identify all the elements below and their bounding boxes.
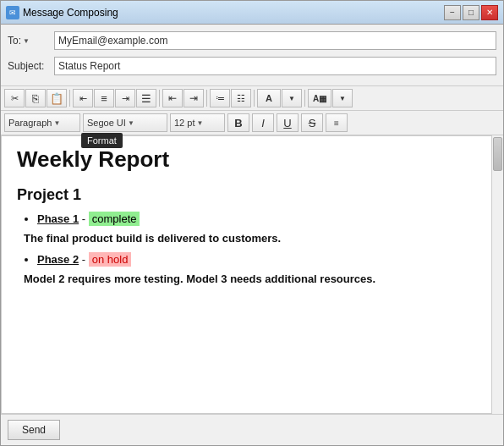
font-color-button[interactable]: A xyxy=(257,89,281,107)
paste-button[interactable]: 📋 xyxy=(47,89,67,107)
copy-button[interactable]: ⎘ xyxy=(25,89,46,107)
editor-area: Weekly Report Project 1 Phase 1 - comple… xyxy=(1,135,503,414)
phase-list: Phase 1 - complete xyxy=(37,212,485,225)
justify-button[interactable]: ☰ xyxy=(136,89,156,107)
content-editor[interactable]: Weekly Report Project 1 Phase 1 - comple… xyxy=(1,135,503,414)
scrollbar-track xyxy=(491,135,503,414)
maximize-button[interactable]: □ xyxy=(463,5,479,20)
form-area: To: ▼ Subject: xyxy=(1,25,503,85)
subject-row: Subject: xyxy=(8,55,496,77)
font-label: Segoe UI xyxy=(87,118,126,128)
separator3 xyxy=(206,90,207,107)
separator4 xyxy=(254,90,255,107)
increase-indent-button[interactable]: ⇥ xyxy=(184,89,204,107)
window-title: Message Composing xyxy=(23,7,118,19)
align-center-button[interactable]: ≡ xyxy=(94,89,114,107)
paragraph-style-label: Paragraph xyxy=(8,118,52,128)
bold-button[interactable]: B xyxy=(227,113,249,132)
to-input[interactable] xyxy=(54,31,496,50)
separator1 xyxy=(69,90,70,107)
phase2-status: on hold xyxy=(89,252,132,267)
format-bar: Paragraph ▼ Segoe UI ▼ 12 pt ▼ B I U S ≡… xyxy=(1,111,503,135)
phase1-item: Phase 1 - complete xyxy=(37,212,485,225)
phase2-label: Phase 2 xyxy=(37,253,79,266)
title-bar: ✉ Message Composing − □ ✕ xyxy=(1,1,503,25)
bottom-bar: Send xyxy=(1,414,503,445)
minimize-button[interactable]: − xyxy=(444,5,461,20)
send-button[interactable]: Send xyxy=(8,420,60,440)
scrollbar-thumb[interactable] xyxy=(493,137,502,171)
to-dropdown-arrow[interactable]: ▼ xyxy=(23,37,30,45)
project-title: Project 1 xyxy=(17,186,485,204)
phase2-note: Model 2 requires more testing. Model 3 n… xyxy=(24,273,485,285)
font-color-arrow[interactable]: ▼ xyxy=(282,89,302,107)
highlight-arrow[interactable]: ▼ xyxy=(332,89,353,107)
separator5 xyxy=(304,90,305,107)
font-size-arrow: ▼ xyxy=(196,119,203,127)
highlight-button[interactable]: A▦ xyxy=(308,89,331,107)
paragraph-style-arrow: ▼ xyxy=(53,119,60,127)
font-select[interactable]: Segoe UI ▼ xyxy=(83,113,167,132)
justify-format-button[interactable]: ≡ xyxy=(326,113,348,132)
close-button[interactable]: ✕ xyxy=(481,5,498,20)
app-icon: ✉ xyxy=(6,6,19,19)
phase1-label: Phase 1 xyxy=(37,212,79,225)
cut-button[interactable]: ✂ xyxy=(4,89,25,107)
list-ordered-button[interactable]: ☷ xyxy=(231,89,251,107)
align-right-button[interactable]: ⇥ xyxy=(115,89,135,107)
font-size-select[interactable]: 12 pt ▼ xyxy=(170,113,225,132)
phase1-dash: - xyxy=(79,212,89,225)
paragraph-style-select[interactable]: Paragraph ▼ xyxy=(4,113,80,132)
title-buttons: − □ ✕ xyxy=(444,5,498,20)
font-size-label: 12 pt xyxy=(174,118,194,128)
report-title: Weekly Report xyxy=(17,146,485,173)
align-left-button[interactable]: ⇤ xyxy=(73,89,93,107)
phase1-status: complete xyxy=(89,212,140,226)
to-label-container: To: ▼ xyxy=(8,35,54,47)
phase2-list: Phase 2 - on hold xyxy=(37,253,485,266)
phase2-item: Phase 2 - on hold xyxy=(37,253,485,266)
subject-label: Subject: xyxy=(8,60,54,72)
font-arrow: ▼ xyxy=(128,119,134,127)
phase2-dash: - xyxy=(79,253,89,266)
main-toolbar: ✂ ⎘ 📋 ⇤ ≡ ⇥ ☰ ⇤ ⇥ ≔ ☷ A ▼ A▦ ▼ xyxy=(1,85,503,111)
subject-input[interactable] xyxy=(54,57,496,75)
phase1-note: The final product build is delivered to … xyxy=(24,232,485,245)
decrease-indent-button[interactable]: ⇤ xyxy=(162,89,183,107)
to-row: To: ▼ xyxy=(8,30,496,52)
strikethrough-button[interactable]: S xyxy=(301,113,323,132)
message-composing-window: ✉ Message Composing − □ ✕ To: ▼ Subject:… xyxy=(0,0,504,446)
italic-button[interactable]: I xyxy=(252,113,274,132)
separator2 xyxy=(159,90,160,107)
title-bar-left: ✉ Message Composing xyxy=(6,6,118,19)
to-label[interactable]: To: xyxy=(8,35,21,47)
underline-button[interactable]: U xyxy=(277,113,299,132)
list-unordered-button[interactable]: ≔ xyxy=(210,89,230,107)
